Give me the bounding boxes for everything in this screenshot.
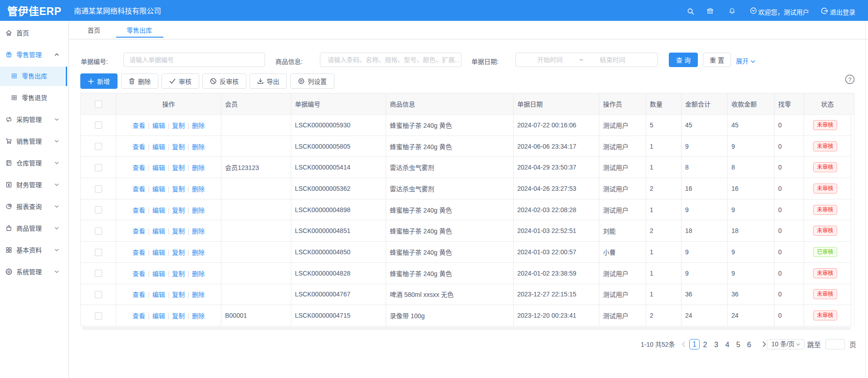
svg-text:?: ? — [848, 76, 851, 83]
